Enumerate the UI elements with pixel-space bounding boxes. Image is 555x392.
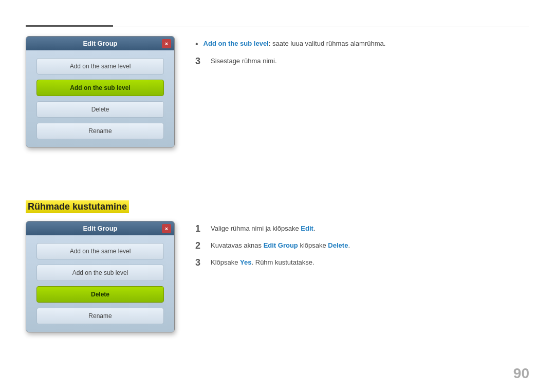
divider-line (26, 27, 529, 27)
section-bottom: Rühmade kustutamine Edit Group × Add on … (26, 200, 529, 332)
instruction-step-3: 3 Klõpsake Yes. Rühm kustutatakse. (195, 257, 529, 268)
add-same-level-btn-2[interactable]: Add on the same level (36, 243, 164, 259)
instructions-bottom: 1 Valige rühma nimi ja klõpsake Edit. 2 … (195, 221, 529, 332)
step-1-text: Valige rühma nimi ja klõpsake Edit. (211, 223, 316, 234)
section-bottom-content: Edit Group × Add on the same level Add o… (26, 221, 529, 332)
edit-group-dialog-1: Edit Group × Add on the same level Add o… (26, 36, 175, 147)
instruction-step-3-top: 3 Sisestage rühma nimi. (195, 56, 529, 67)
add-sub-level-btn-1[interactable]: Add on the sub level (36, 80, 164, 96)
dialog-title-1: Edit Group (83, 40, 117, 47)
add-sub-level-btn-2[interactable]: Add on the sub level (36, 265, 164, 281)
step-number-3-top: 3 (195, 56, 206, 67)
step-number-1: 1 (195, 223, 206, 234)
dialog-titlebar-1: Edit Group × (26, 36, 174, 50)
step-number-3: 3 (195, 257, 206, 268)
rename-btn-2[interactable]: Rename (36, 308, 164, 324)
bullet-icon-1: • (195, 39, 198, 50)
rename-btn-1[interactable]: Rename (36, 123, 164, 139)
add-same-level-btn-1[interactable]: Add on the same level (36, 58, 164, 74)
dialog-close-button-1[interactable]: × (162, 39, 171, 48)
section-title: Rühmade kustutamine (26, 200, 129, 213)
instruction-text-1: Add on the sub level: saate luua valitud… (203, 39, 386, 49)
instruction-step-1: 1 Valige rühma nimi ja klõpsake Edit. (195, 223, 529, 234)
delete-btn-2[interactable]: Delete (36, 286, 164, 303)
step-2-text: Kuvatavas aknas Edit Group klõpsake Dele… (211, 240, 350, 251)
instructions-top: • Add on the sub level: saate luua valit… (195, 36, 529, 147)
instruction-step-2: 2 Kuvatavas aknas Edit Group klõpsake De… (195, 240, 529, 251)
delete-link[interactable]: Delete (328, 241, 348, 249)
dialog-title-2: Edit Group (83, 225, 117, 232)
step-number-2: 2 (195, 240, 206, 251)
edit-group-dialog-2: Edit Group × Add on the same level Add o… (26, 221, 175, 332)
add-sub-level-link[interactable]: Add on the sub level (203, 40, 269, 47)
yes-link[interactable]: Yes (240, 258, 251, 266)
dialog-close-button-2[interactable]: × (162, 224, 171, 233)
edit-link-1[interactable]: Edit (301, 225, 313, 232)
step-3-text: Klõpsake Yes. Rühm kustutatakse. (211, 257, 314, 268)
edit-group-link[interactable]: Edit Group (264, 241, 298, 249)
page-number: 90 (513, 365, 529, 382)
step-3-top-text: Sisestage rühma nimi. (211, 56, 277, 66)
instruction-bullet-1: • Add on the sub level: saate luua valit… (195, 39, 529, 50)
delete-btn-1[interactable]: Delete (36, 101, 164, 118)
dialog-body-1: Add on the same level Add on the sub lev… (26, 50, 174, 147)
dialog-titlebar-2: Edit Group × (26, 221, 174, 235)
dialog-body-2: Add on the same level Add on the sub lev… (26, 235, 174, 332)
